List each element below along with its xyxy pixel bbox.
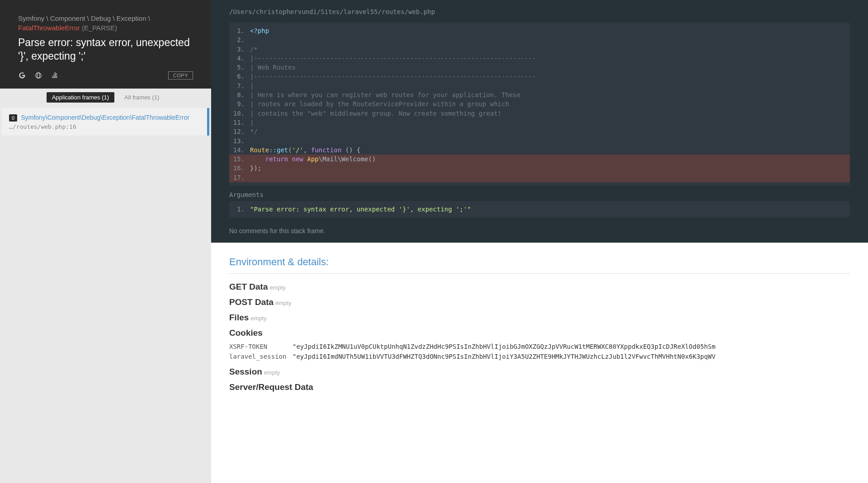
kv-key: laravel_session (229, 353, 292, 360)
google-icon[interactable] (18, 71, 26, 80)
details-section: Environment & details: GET DataemptyPOST… (211, 243, 868, 411)
line-number: 4. (229, 54, 250, 63)
data-group-title: Session (229, 367, 262, 376)
line-content (250, 35, 850, 44)
line-number: 15. (229, 155, 250, 164)
data-group: GET Dataempty (229, 282, 850, 292)
data-group-title: Cookies (229, 328, 263, 338)
tab-all-frames[interactable]: All frames (1) (119, 92, 165, 103)
data-group: CookiesXSRF-TOKEN"eyJpdiI6IkZMNU1uV0pCUk… (229, 328, 850, 361)
frame-index-badge: 0 (9, 114, 17, 122)
line-content: | contains the "web" middleware group. N… (250, 109, 850, 118)
frame-tabs: Application frames (1) All frames (1) (0, 89, 211, 106)
kv-table: XSRF-TOKEN"eyJpdiI6IkZMNU1uV0pCUktpUnhqN… (229, 342, 850, 361)
code-line: 10.| contains the "web" middleware group… (229, 109, 850, 118)
code-line: 14.Route::get('/', function () { (229, 145, 850, 155)
line-content: | (250, 81, 850, 90)
data-group: Sessionempty (229, 367, 850, 377)
kv-key: XSRF-TOKEN (229, 343, 292, 350)
stackoverflow-icon[interactable] (51, 71, 59, 80)
code-line: 4.|-------------------------------------… (229, 54, 850, 63)
line-number: 10. (229, 109, 250, 118)
line-content: | routes are loaded by the RouteServiceP… (250, 99, 850, 108)
no-comments-text: No comments for this stack frame. (211, 223, 868, 243)
code-section: /Users/christophervundi/Sites/laravel55/… (211, 0, 868, 243)
exception-class: FatalThrowableError (18, 24, 80, 32)
kv-row: laravel_session"eyJpdiI6ImdNUTh5UW1ibVVT… (229, 352, 850, 361)
file-path: /Users/christophervundi/Sites/laravel55/… (229, 0, 850, 18)
data-empty-label: empty (275, 300, 291, 306)
line-content: | Here is where you can register web rou… (250, 90, 850, 99)
code-line: 11.| (229, 118, 850, 127)
line-content: */ (250, 127, 850, 136)
kv-value: "eyJpdiI6IkZMNU1uV0pCUktpUnhqN1ZvdzZHdHc… (292, 343, 716, 350)
error-header: Symfony \ Component \ Debug \ Exception … (0, 0, 211, 89)
code-block: 1.<?php2. 3./*4.|-----------------------… (229, 23, 850, 186)
code-line: 5.| Web Routes (229, 63, 850, 72)
line-content: |---------------------------------------… (250, 72, 850, 81)
code-line: 8.| Here is where you can register web r… (229, 90, 850, 99)
line-number: 3. (229, 45, 250, 54)
data-empty-label: empty (250, 315, 266, 322)
arg-number: 1. (229, 206, 250, 213)
exception-namespace: Symfony \ Component \ Debug \ Exception … (18, 14, 193, 33)
frame-path: …/routes/web.php:16 (9, 123, 200, 130)
argument-line: 1."Parse error: syntax error, unexpected… (229, 206, 850, 213)
line-number: 9. (229, 99, 250, 108)
line-content: return new App\Mail\Welcome() (250, 155, 850, 164)
code-line: 16.}); (229, 164, 850, 173)
line-content: /* (250, 45, 850, 54)
svg-point-1 (37, 73, 39, 78)
error-title: Parse error: syntax error, unexpected '}… (18, 36, 193, 63)
code-line: 3./* (229, 45, 850, 54)
code-line: 9.| routes are loaded by the RouteServic… (229, 99, 850, 108)
code-line: 15. return new App\Mail\Welcome() (229, 155, 850, 164)
copy-button[interactable]: COPY (168, 71, 193, 80)
duckduckgo-icon[interactable] (34, 71, 42, 80)
data-group: Filesempty (229, 313, 850, 323)
data-group-title: GET Data (229, 282, 268, 291)
details-heading: Environment & details: (229, 256, 850, 274)
code-line: 13. (229, 136, 850, 145)
data-group-title: POST Data (229, 297, 274, 307)
left-panel: Symfony \ Component \ Debug \ Exception … (0, 0, 211, 483)
line-number: 8. (229, 90, 250, 99)
line-number: 12. (229, 127, 250, 136)
right-panel: /Users/christophervundi/Sites/laravel55/… (211, 0, 868, 483)
kv-row: XSRF-TOKEN"eyJpdiI6IkZMNU1uV0pCUktpUnhqN… (229, 342, 850, 352)
line-number: 6. (229, 72, 250, 81)
line-content (250, 173, 850, 182)
line-number: 14. (229, 145, 250, 155)
line-number: 17. (229, 173, 250, 182)
line-number: 1. (229, 26, 250, 35)
line-content: | Web Routes (250, 63, 850, 72)
line-content: | (250, 118, 850, 127)
line-content: |---------------------------------------… (250, 54, 850, 63)
arg-content: "Parse error: syntax error, unexpected '… (250, 206, 471, 213)
code-line: 2. (229, 35, 850, 44)
code-line: 6.|-------------------------------------… (229, 72, 850, 81)
data-empty-label: empty (270, 284, 286, 291)
svg-point-0 (36, 73, 41, 78)
frames-list: 0Symfony\Component\Debug\Exception\Fatal… (0, 108, 211, 136)
stack-frame[interactable]: 0Symfony\Component\Debug\Exception\Fatal… (2, 108, 209, 136)
line-number: 2. (229, 35, 250, 44)
line-content: <?php (250, 26, 850, 35)
data-group: Server/Request Data (229, 382, 850, 392)
line-number: 13. (229, 136, 250, 145)
data-group-title: Server/Request Data (229, 382, 313, 392)
arguments-label: Arguments (211, 186, 868, 201)
line-content (250, 136, 850, 145)
arguments-block: 1."Parse error: syntax error, unexpected… (229, 201, 850, 217)
line-number: 5. (229, 63, 250, 72)
tab-app-frames[interactable]: Application frames (1) (47, 92, 114, 103)
line-number: 7. (229, 81, 250, 90)
data-group: POST Dataempty (229, 297, 850, 307)
data-group-title: Files (229, 313, 249, 322)
line-number: 16. (229, 164, 250, 173)
line-content: }); (250, 164, 850, 173)
frame-title: Symfony\Component\Debug\Exception\FatalT… (21, 114, 189, 121)
line-number: 11. (229, 118, 250, 127)
kv-value: "eyJpdiI6ImdNUTh5UW1ibVVTU3dFWHZTQ3dONnc… (292, 353, 716, 360)
code-line: 12.*/ (229, 127, 850, 136)
